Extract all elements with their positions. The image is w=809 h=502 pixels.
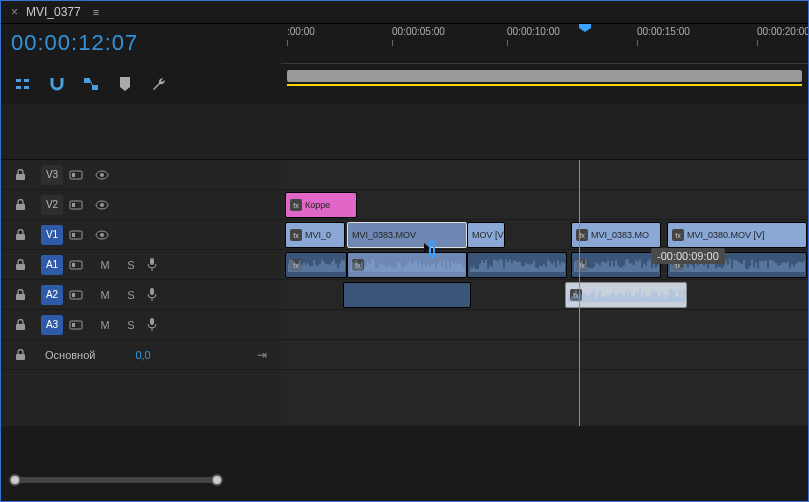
clip[interactable]: fxMVI_0383.MO [571, 222, 661, 248]
track-toggle-V3[interactable]: V3 [41, 165, 63, 185]
track-lane[interactable] [281, 310, 808, 340]
solo-button[interactable]: S [121, 289, 141, 301]
track-lane[interactable] [281, 160, 808, 190]
wrench-icon[interactable] [149, 74, 169, 94]
fx-badge: fx [290, 199, 302, 211]
clip-label: MVI_0383.MOV [352, 230, 416, 240]
svg-point-15 [100, 203, 104, 207]
clip-label: MVI_0 [305, 230, 331, 240]
clip[interactable]: fx [565, 282, 687, 308]
panel-menu-icon[interactable]: ≡ [93, 6, 99, 18]
track-toggle-V1[interactable]: V1 [41, 225, 63, 245]
clip[interactable]: fx [347, 252, 467, 278]
solo-button[interactable]: S [121, 259, 141, 271]
clip[interactable]: fx [571, 252, 661, 278]
svg-rect-25 [16, 294, 25, 300]
master-label: Основной [45, 349, 95, 361]
linked-selection-icon[interactable] [81, 74, 101, 94]
tracks-region: V3 V2 V1 A1 M S A2 M S A3 M S Основной 0… [1, 160, 808, 426]
svg-rect-26 [70, 291, 82, 299]
tool-row [1, 64, 808, 104]
svg-rect-28 [150, 288, 154, 295]
svg-rect-21 [16, 264, 25, 270]
track-lane[interactable] [281, 340, 808, 370]
mute-button[interactable]: M [95, 289, 115, 301]
zoom-slider[interactable] [11, 477, 221, 483]
svg-rect-32 [150, 318, 154, 325]
track-headers: V3 V2 V1 A1 M S A2 M S A3 M S Основной 0… [1, 160, 281, 426]
sequence-title: MVI_0377 [26, 5, 81, 19]
svg-rect-11 [16, 204, 25, 210]
nest-icon[interactable] [13, 74, 33, 94]
track-toggle-A1[interactable]: A1 [41, 255, 63, 275]
sync-lock-icon[interactable] [69, 170, 89, 180]
svg-rect-1 [16, 86, 21, 89]
clip[interactable] [343, 282, 471, 308]
clip-label: MOV [V] [472, 230, 505, 240]
playhead[interactable] [579, 160, 580, 426]
mute-button[interactable]: M [95, 319, 115, 331]
solo-button[interactable]: S [121, 319, 141, 331]
clip[interactable]: MOV [V] [467, 222, 505, 248]
lock-icon[interactable] [15, 319, 35, 331]
mic-icon[interactable] [147, 318, 167, 331]
audio-track-header-A2: A2 M S [1, 280, 281, 310]
track-toggle-V2[interactable]: V2 [41, 195, 63, 215]
clip[interactable]: MVI_0383.MOV [347, 222, 467, 248]
master-value[interactable]: 0,0 [135, 349, 150, 361]
svg-rect-3 [24, 86, 29, 89]
master-track-header: Основной 0,0 ⇥ [1, 340, 281, 370]
sync-lock-icon[interactable] [69, 230, 89, 240]
svg-point-20 [100, 233, 104, 237]
lock-icon[interactable] [15, 169, 35, 181]
zoom-knob-right[interactable] [211, 474, 223, 486]
svg-rect-16 [16, 234, 25, 240]
sync-lock-icon[interactable] [69, 260, 89, 270]
marker-icon[interactable] [115, 74, 135, 94]
svg-rect-23 [72, 263, 75, 267]
lock-icon[interactable] [15, 229, 35, 241]
clip-label: MVI_0383.MO [591, 230, 649, 240]
audio-track-header-A3: A3 M S [1, 310, 281, 340]
sync-lock-icon[interactable] [69, 290, 89, 300]
track-toggle-A3[interactable]: A3 [41, 315, 63, 335]
svg-rect-18 [72, 233, 75, 237]
clip[interactable]: fxMVI_0380.MOV [V] [667, 222, 807, 248]
eye-icon[interactable] [95, 200, 115, 210]
lock-icon[interactable] [15, 289, 35, 301]
track-toggle-A2[interactable]: A2 [41, 285, 63, 305]
current-timecode[interactable]: 00:00:12:07 [11, 30, 271, 56]
work-area-bar[interactable] [287, 84, 802, 86]
svg-rect-6 [16, 174, 25, 180]
eye-icon[interactable] [95, 230, 115, 240]
playhead-handle[interactable] [579, 24, 591, 32]
ruler-tick: 00:00:20:00 [757, 26, 808, 37]
snap-icon[interactable] [47, 74, 67, 94]
zoom-knob-left[interactable] [9, 474, 21, 486]
track-lane[interactable] [281, 190, 808, 220]
overview-scrollbar[interactable] [287, 70, 802, 82]
clip-label: MVI_0380.MOV [V] [687, 230, 765, 240]
track-content[interactable]: fxКорреfxMVI_0MVI_0383.MOVMOV [V]fxMVI_0… [281, 160, 808, 426]
lock-icon[interactable] [15, 199, 35, 211]
lock-icon[interactable] [15, 259, 35, 271]
eye-icon[interactable] [95, 170, 115, 180]
clip[interactable]: fxMVI_0 [285, 222, 345, 248]
mic-icon[interactable] [147, 288, 167, 301]
clip[interactable]: fx [285, 252, 347, 278]
lock-icon[interactable] [15, 349, 35, 361]
fx-badge: fx [290, 229, 302, 241]
clip[interactable] [467, 252, 567, 278]
close-tab-icon[interactable]: × [11, 5, 18, 19]
clip[interactable]: fxКорре [285, 192, 357, 218]
go-to-end-icon[interactable]: ⇥ [257, 348, 267, 362]
sync-lock-icon[interactable] [69, 200, 89, 210]
mute-button[interactable]: M [95, 259, 115, 271]
spacer [1, 104, 808, 160]
svg-rect-17 [70, 231, 82, 239]
mic-icon[interactable] [147, 258, 167, 271]
svg-rect-24 [150, 258, 154, 265]
time-ruler[interactable]: :00:0000:00:05:0000:00:10:0000:00:15:000… [281, 24, 808, 64]
svg-rect-27 [72, 293, 75, 297]
sync-lock-icon[interactable] [69, 320, 89, 330]
